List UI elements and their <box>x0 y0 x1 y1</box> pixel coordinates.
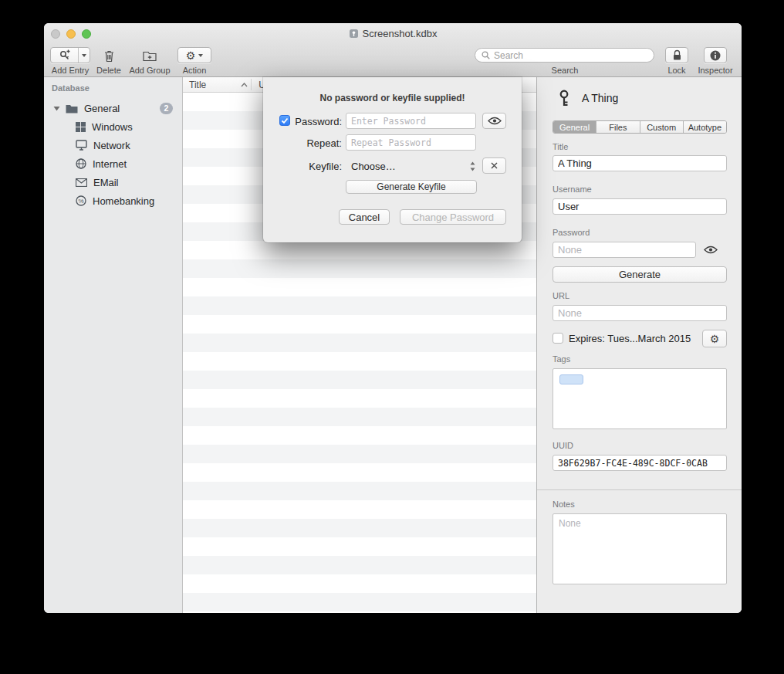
dialog-password-field[interactable] <box>346 113 476 129</box>
sidebar-item-network[interactable]: Network <box>44 136 183 154</box>
search-input[interactable] <box>494 50 647 61</box>
expires-settings-button[interactable]: ⚙ <box>702 330 727 347</box>
folder-icon <box>66 103 78 113</box>
action-label: Action <box>177 66 211 75</box>
uuid-field[interactable] <box>553 455 727 471</box>
change-password-dialog: No password or keyfile supplied! Passwor… <box>263 77 522 242</box>
inspector-label: Inspector <box>694 66 736 75</box>
gear-icon: ⚙ <box>710 334 720 344</box>
add-group-button[interactable] <box>142 48 157 63</box>
column-divider[interactable] <box>251 79 252 90</box>
section-divider <box>537 489 742 490</box>
coin-percent-icon: % <box>76 195 86 206</box>
keyfile-popup-value: Choose… <box>351 161 396 172</box>
tab-files[interactable]: Files <box>596 121 640 133</box>
sort-ascending-icon <box>241 83 248 87</box>
sidebar-item-general[interactable]: General 2 <box>44 99 183 117</box>
generate-keyfile-label: Generate Keyfile <box>377 181 445 192</box>
entry-title: A Thing <box>582 92 618 104</box>
password-label: Password <box>553 228 590 237</box>
delete-label: Delete <box>93 66 124 75</box>
sidebar-item-windows[interactable]: Windows <box>44 117 183 136</box>
tags-label: Tags <box>553 354 570 364</box>
expires-label: Expires: Tues...March 2015 <box>569 333 691 344</box>
tab-custom[interactable]: Custom <box>640 121 684 133</box>
eye-icon <box>488 117 502 125</box>
eye-icon[interactable] <box>704 246 718 254</box>
dialog-repeat-label: Repeat: <box>286 137 342 149</box>
popup-stepper-icon <box>470 161 475 171</box>
dialog-repeat-field[interactable] <box>346 134 476 151</box>
svg-text:%: % <box>78 198 83 205</box>
change-password-label: Change Password <box>412 212 494 223</box>
gear-icon: ⚙ <box>186 50 196 61</box>
dialog-message: No password or keyfile supplied! <box>263 93 522 103</box>
trash-icon <box>103 49 115 63</box>
cancel-button[interactable]: Cancel <box>339 209 390 225</box>
lock-label: Lock <box>660 66 694 75</box>
sidebar-item-internet[interactable]: Internet <box>44 154 183 173</box>
sidebar-item-email[interactable]: EMail <box>44 173 183 191</box>
titlebar: Screenshot.kdbx <box>44 23 742 44</box>
password-field[interactable] <box>553 242 696 258</box>
chevron-down-icon <box>82 54 86 57</box>
generate-button[interactable]: Generate <box>553 266 727 283</box>
sidebar-item-label: Windows <box>92 121 133 133</box>
sidebar-header: Database <box>52 83 90 93</box>
column-title[interactable]: Title <box>189 80 206 90</box>
inspector-button[interactable] <box>704 47 727 63</box>
lock-button[interactable] <box>665 47 688 63</box>
sidebar-item-label: Network <box>93 140 130 151</box>
action-button[interactable]: ⚙ <box>177 47 211 63</box>
globe-icon <box>76 158 86 169</box>
generate-keyfile-button[interactable]: Generate Keyfile <box>346 180 477 194</box>
search-label: Search <box>542 66 588 75</box>
inspector-tabs: General Files Custom Autotype <box>553 120 727 134</box>
document-lock-icon <box>349 29 359 39</box>
notes-label: Notes <box>553 500 575 509</box>
sidebar-item-homebanking[interactable]: % Homebanking <box>44 191 183 210</box>
add-entry-dropdown[interactable] <box>78 48 90 63</box>
sidebar-item-label: EMail <box>93 177 119 188</box>
inspector-panel: A Thing General Files Custom Autotype Ti… <box>536 77 742 613</box>
clear-keyfile-button[interactable] <box>482 157 506 174</box>
tab-general[interactable]: General <box>553 121 596 133</box>
cancel-label: Cancel <box>349 212 380 223</box>
title-field[interactable] <box>553 155 727 171</box>
folder-plus-icon <box>143 49 157 62</box>
chevron-down-icon <box>198 54 203 57</box>
add-entry-label: Add Entry <box>46 66 94 75</box>
add-entry-button[interactable] <box>50 47 90 63</box>
toolbar: Add Entry Delete Add Group ⚙ Action <box>44 44 742 77</box>
monitor-icon <box>76 140 87 151</box>
window-title: Screenshot.kdbx <box>363 28 438 39</box>
notes-field[interactable]: None <box>553 513 727 584</box>
title-label: Title <box>553 142 568 151</box>
window-chrome: Screenshot.kdbx Add Entry Delete <box>44 23 742 77</box>
expires-checkbox[interactable] <box>553 333 563 344</box>
notes-placeholder: None <box>559 518 581 529</box>
sidebar-item-label: Homebanking <box>93 195 154 207</box>
close-x-icon <box>491 162 498 169</box>
username-label: Username <box>553 185 592 194</box>
url-field[interactable] <box>553 305 727 321</box>
envelope-icon <box>76 178 87 187</box>
tag-chip[interactable] <box>559 374 583 384</box>
add-group-label: Add Group <box>127 66 172 75</box>
keyfile-popup[interactable]: Choose… <box>346 158 478 174</box>
dialog-password-label: Password: <box>286 116 342 127</box>
key-plus-icon <box>51 48 78 63</box>
delete-button[interactable] <box>101 48 117 63</box>
show-password-button[interactable] <box>482 113 506 129</box>
disclosure-triangle-icon[interactable] <box>53 106 60 111</box>
username-field[interactable] <box>553 198 727 215</box>
app-window: Screenshot.kdbx Add Entry Delete <box>44 23 742 613</box>
change-password-button[interactable]: Change Password <box>400 209 506 225</box>
url-label: URL <box>553 291 569 300</box>
tags-box[interactable] <box>553 368 727 429</box>
windows-icon <box>76 122 86 132</box>
sidebar: Database General 2 Windows <box>44 77 183 613</box>
lock-icon <box>672 49 682 61</box>
tab-autotype[interactable]: Autotype <box>684 121 726 133</box>
search-field[interactable] <box>475 48 654 63</box>
